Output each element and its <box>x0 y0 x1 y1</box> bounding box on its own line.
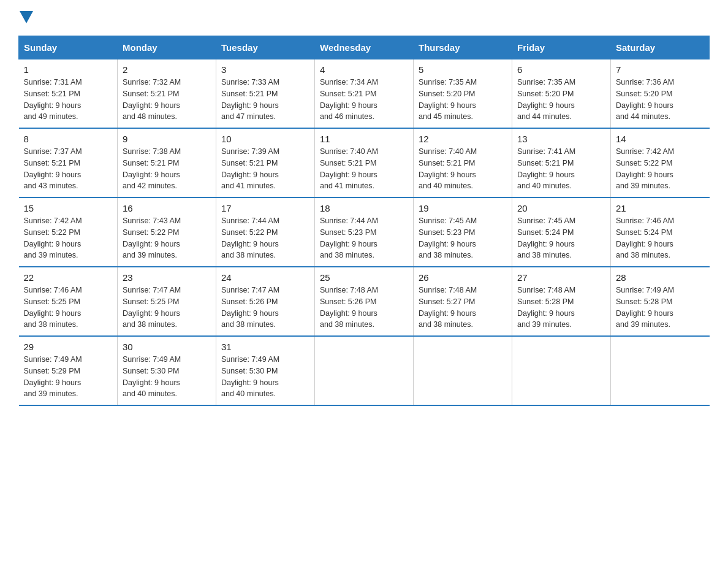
page-header <box>18 12 710 23</box>
day-number: 7 <box>616 64 705 75</box>
day-info: Sunrise: 7:42 AMSunset: 5:22 PMDaylight:… <box>616 147 674 190</box>
day-cell <box>414 336 512 405</box>
day-number: 9 <box>123 134 211 144</box>
day-number: 29 <box>24 342 113 352</box>
day-cell: 20 Sunrise: 7:45 AMSunset: 5:24 PMDaylig… <box>512 197 611 267</box>
day-cell: 22 Sunrise: 7:46 AMSunset: 5:25 PMDaylig… <box>19 267 118 336</box>
day-info: Sunrise: 7:33 AMSunset: 5:21 PMDaylight:… <box>221 78 279 121</box>
day-cell: 3 Sunrise: 7:33 AMSunset: 5:21 PMDayligh… <box>216 59 315 129</box>
day-number: 13 <box>517 134 605 144</box>
day-number: 3 <box>221 64 309 75</box>
day-cell: 12 Sunrise: 7:40 AMSunset: 5:21 PMDaylig… <box>414 128 512 197</box>
calendar-body: 1 Sunrise: 7:31 AMSunset: 5:21 PMDayligh… <box>19 59 710 406</box>
day-info: Sunrise: 7:40 AMSunset: 5:21 PMDaylight:… <box>320 147 378 190</box>
day-info: Sunrise: 7:45 AMSunset: 5:23 PMDaylight:… <box>419 216 477 259</box>
day-number: 12 <box>419 134 507 144</box>
day-info: Sunrise: 7:48 AMSunset: 5:28 PMDaylight:… <box>517 286 575 329</box>
day-cell: 8 Sunrise: 7:37 AMSunset: 5:21 PMDayligh… <box>19 128 118 197</box>
calendar-table: SundayMondayTuesdayWednesdayThursdayFrid… <box>18 36 710 406</box>
day-cell: 13 Sunrise: 7:41 AMSunset: 5:21 PMDaylig… <box>512 128 611 197</box>
day-info: Sunrise: 7:49 AMSunset: 5:30 PMDaylight:… <box>221 355 279 398</box>
day-number: 8 <box>24 134 113 144</box>
day-info: Sunrise: 7:46 AMSunset: 5:25 PMDaylight:… <box>24 286 82 329</box>
day-info: Sunrise: 7:38 AMSunset: 5:21 PMDaylight:… <box>123 147 181 190</box>
day-info: Sunrise: 7:48 AMSunset: 5:27 PMDaylight:… <box>419 286 477 329</box>
day-info: Sunrise: 7:47 AMSunset: 5:26 PMDaylight:… <box>221 286 279 329</box>
week-row-3: 15 Sunrise: 7:42 AMSunset: 5:22 PMDaylig… <box>19 197 710 267</box>
day-cell: 16 Sunrise: 7:43 AMSunset: 5:22 PMDaylig… <box>118 197 216 267</box>
day-cell: 26 Sunrise: 7:48 AMSunset: 5:27 PMDaylig… <box>414 267 512 336</box>
day-number: 22 <box>24 272 113 283</box>
svg-marker-0 <box>20 11 33 23</box>
day-number: 5 <box>419 64 507 75</box>
day-number: 19 <box>419 203 507 213</box>
week-row-5: 29 Sunrise: 7:49 AMSunset: 5:29 PMDaylig… <box>19 336 710 405</box>
day-info: Sunrise: 7:44 AMSunset: 5:22 PMDaylight:… <box>221 216 279 259</box>
day-cell: 9 Sunrise: 7:38 AMSunset: 5:21 PMDayligh… <box>118 128 216 197</box>
day-info: Sunrise: 7:32 AMSunset: 5:21 PMDaylight:… <box>123 78 181 121</box>
header-cell-wednesday: Wednesday <box>315 36 414 59</box>
day-cell: 25 Sunrise: 7:48 AMSunset: 5:26 PMDaylig… <box>315 267 414 336</box>
day-number: 10 <box>221 134 309 144</box>
day-cell: 31 Sunrise: 7:49 AMSunset: 5:30 PMDaylig… <box>216 336 315 405</box>
day-number: 2 <box>123 64 211 75</box>
day-cell: 21 Sunrise: 7:46 AMSunset: 5:24 PMDaylig… <box>611 197 710 267</box>
day-cell: 6 Sunrise: 7:35 AMSunset: 5:20 PMDayligh… <box>512 59 611 129</box>
day-number: 16 <box>123 203 211 213</box>
day-number: 31 <box>221 342 309 352</box>
calendar-header: SundayMondayTuesdayWednesdayThursdayFrid… <box>19 36 710 59</box>
day-info: Sunrise: 7:43 AMSunset: 5:22 PMDaylight:… <box>123 216 181 259</box>
day-cell: 19 Sunrise: 7:45 AMSunset: 5:23 PMDaylig… <box>414 197 512 267</box>
day-cell: 18 Sunrise: 7:44 AMSunset: 5:23 PMDaylig… <box>315 197 414 267</box>
day-info: Sunrise: 7:44 AMSunset: 5:23 PMDaylight:… <box>320 216 378 259</box>
day-number: 26 <box>419 272 507 283</box>
day-number: 18 <box>320 203 408 213</box>
day-info: Sunrise: 7:48 AMSunset: 5:26 PMDaylight:… <box>320 286 378 329</box>
day-cell: 23 Sunrise: 7:47 AMSunset: 5:25 PMDaylig… <box>118 267 216 336</box>
header-cell-thursday: Thursday <box>414 36 512 59</box>
header-cell-sunday: Sunday <box>19 36 118 59</box>
day-cell: 15 Sunrise: 7:42 AMSunset: 5:22 PMDaylig… <box>19 197 118 267</box>
week-row-1: 1 Sunrise: 7:31 AMSunset: 5:21 PMDayligh… <box>19 59 710 129</box>
day-cell: 4 Sunrise: 7:34 AMSunset: 5:21 PMDayligh… <box>315 59 414 129</box>
day-cell: 14 Sunrise: 7:42 AMSunset: 5:22 PMDaylig… <box>611 128 710 197</box>
day-number: 15 <box>24 203 113 213</box>
day-info: Sunrise: 7:35 AMSunset: 5:20 PMDaylight:… <box>419 78 477 121</box>
day-cell: 5 Sunrise: 7:35 AMSunset: 5:20 PMDayligh… <box>414 59 512 129</box>
day-info: Sunrise: 7:39 AMSunset: 5:21 PMDaylight:… <box>221 147 279 190</box>
day-cell: 17 Sunrise: 7:44 AMSunset: 5:22 PMDaylig… <box>216 197 315 267</box>
day-cell: 2 Sunrise: 7:32 AMSunset: 5:21 PMDayligh… <box>118 59 216 129</box>
day-info: Sunrise: 7:41 AMSunset: 5:21 PMDaylight:… <box>517 147 575 190</box>
day-cell: 24 Sunrise: 7:47 AMSunset: 5:26 PMDaylig… <box>216 267 315 336</box>
header-cell-monday: Monday <box>118 36 216 59</box>
day-info: Sunrise: 7:31 AMSunset: 5:21 PMDaylight:… <box>24 78 82 121</box>
day-cell: 10 Sunrise: 7:39 AMSunset: 5:21 PMDaylig… <box>216 128 315 197</box>
week-row-2: 8 Sunrise: 7:37 AMSunset: 5:21 PMDayligh… <box>19 128 710 197</box>
day-number: 1 <box>24 64 113 75</box>
day-number: 4 <box>320 64 408 75</box>
header-cell-friday: Friday <box>512 36 611 59</box>
day-number: 25 <box>320 272 408 283</box>
day-number: 30 <box>123 342 211 352</box>
day-info: Sunrise: 7:37 AMSunset: 5:21 PMDaylight:… <box>24 147 82 190</box>
day-cell: 30 Sunrise: 7:49 AMSunset: 5:30 PMDaylig… <box>118 336 216 405</box>
day-cell <box>611 336 710 405</box>
day-info: Sunrise: 7:49 AMSunset: 5:29 PMDaylight:… <box>24 355 82 398</box>
day-info: Sunrise: 7:49 AMSunset: 5:28 PMDaylight:… <box>616 286 674 329</box>
day-info: Sunrise: 7:45 AMSunset: 5:24 PMDaylight:… <box>517 216 575 259</box>
logo-triangle-icon <box>20 11 33 23</box>
day-info: Sunrise: 7:49 AMSunset: 5:30 PMDaylight:… <box>123 355 181 398</box>
day-cell <box>315 336 414 405</box>
day-info: Sunrise: 7:46 AMSunset: 5:24 PMDaylight:… <box>616 216 674 259</box>
day-cell: 27 Sunrise: 7:48 AMSunset: 5:28 PMDaylig… <box>512 267 611 336</box>
day-number: 21 <box>616 203 705 213</box>
day-number: 20 <box>517 203 605 213</box>
header-row: SundayMondayTuesdayWednesdayThursdayFrid… <box>19 36 710 59</box>
header-cell-tuesday: Tuesday <box>216 36 315 59</box>
day-number: 17 <box>221 203 309 213</box>
day-number: 28 <box>616 272 705 283</box>
day-cell: 28 Sunrise: 7:49 AMSunset: 5:28 PMDaylig… <box>611 267 710 336</box>
day-info: Sunrise: 7:42 AMSunset: 5:22 PMDaylight:… <box>24 216 82 259</box>
day-number: 27 <box>517 272 605 283</box>
day-cell: 7 Sunrise: 7:36 AMSunset: 5:20 PMDayligh… <box>611 59 710 129</box>
